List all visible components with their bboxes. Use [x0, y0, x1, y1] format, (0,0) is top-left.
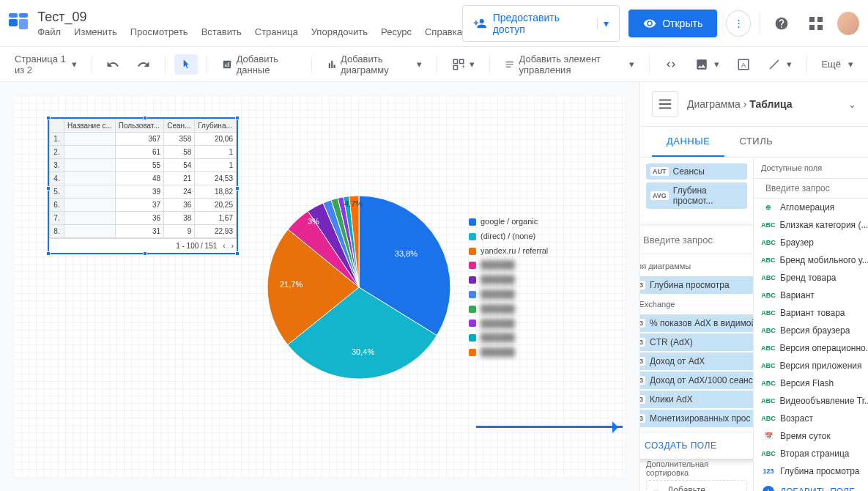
table-header-row: Название с...Пользоват...Сеан...Глубина.…	[50, 119, 237, 133]
popup-field[interactable]: 123% показов AdX в видимой...	[640, 314, 754, 332]
popup-field[interactable]: 123Монетизированных прос	[640, 410, 754, 427]
table-row[interactable]: 7.36381,67	[50, 212, 237, 225]
menubar: Файл Изменить Просмотреть Вставить Стран…	[37, 26, 462, 37]
slice-label: 30,4%	[352, 347, 374, 356]
popup-field[interactable]: 123Доход от AdX/1000 сеанс...	[640, 372, 754, 389]
tab-data[interactable]: ДАННЫЕ	[652, 127, 724, 157]
chart-icon	[327, 58, 336, 71]
legend-item: (direct) / (none)	[469, 229, 548, 244]
document-title[interactable]: Тест_09	[37, 10, 462, 25]
table-row[interactable]: 3.55541	[50, 159, 237, 172]
popup-field[interactable]: 123Глубина просмотра	[640, 276, 754, 294]
menu-page[interactable]: Страница	[255, 26, 298, 37]
popup-search-input[interactable]	[643, 235, 754, 246]
svg-rect-0	[809, 17, 815, 22]
tab-style[interactable]: СТИЛЬ	[724, 127, 787, 157]
page-indicator[interactable]: Страница 1 из 2▾	[9, 49, 83, 80]
collapse-icon[interactable]: ⌄	[848, 99, 856, 110]
embed-button[interactable]	[659, 55, 683, 74]
toolbar-more[interactable]: Ещё▾	[815, 54, 859, 74]
line-icon	[768, 58, 781, 71]
metric-chip[interactable]: AVGГлубина просмот...	[646, 182, 747, 209]
section-label: Дополнительная сортировка	[646, 459, 747, 477]
field-row[interactable]: ABCВозраст	[754, 410, 868, 427]
legend-item: ██████	[469, 273, 548, 287]
image-button[interactable]: ▾	[689, 53, 725, 75]
slice-label: 4,7%	[344, 199, 363, 208]
field-row[interactable]: 📅Время суток	[754, 427, 868, 445]
table-row[interactable]: 1.36735820,06	[50, 133, 237, 146]
menu-insert[interactable]: Вставить	[201, 26, 242, 37]
pie-chart-widget[interactable]: 33,8% 30,4% 21,7% 4,7% 3% google / organ…	[264, 177, 645, 397]
field-row[interactable]: ABCБраузер	[754, 234, 868, 251]
svg-rect-7	[453, 65, 457, 69]
field-row[interactable]: ABCВторая страница	[754, 445, 868, 462]
table-pagination[interactable]: 1 - 100 / 151 ‹ ›	[49, 238, 237, 253]
field-row[interactable]: ABCВерсия Flash	[754, 374, 868, 392]
apps-button[interactable]	[804, 10, 828, 37]
field-row[interactable]: ABCВариант товара	[754, 304, 868, 322]
field-row[interactable]: ⊕Агломерация	[754, 199, 868, 216]
popup-field[interactable]: 123Клики AdX	[640, 391, 754, 408]
chart-type-icon[interactable]	[652, 91, 678, 117]
menu-resource[interactable]: Ресурс	[381, 26, 412, 37]
next-page-icon[interactable]: ›	[231, 242, 234, 250]
menu-edit[interactable]: Изменить	[74, 26, 117, 37]
image-icon	[695, 58, 708, 71]
table-row[interactable]: 8.31922,93	[50, 225, 237, 238]
field-row[interactable]: ABCБлизкая категория (...	[754, 216, 868, 234]
help-button[interactable]	[769, 10, 794, 37]
field-row[interactable]: ABCБренд мобильного у...	[754, 251, 868, 269]
field-row[interactable]: ABCВерсия браузера	[754, 322, 868, 339]
legend-item: ██████	[469, 258, 548, 273]
menu-arrange[interactable]: Упорядочить	[311, 26, 368, 37]
prev-page-icon[interactable]: ‹	[223, 242, 225, 250]
text-button[interactable]: A	[731, 53, 756, 75]
more-options-button[interactable]: ⋮	[726, 10, 751, 37]
field-row[interactable]: ABCВидеообъявление Tr...	[754, 392, 868, 410]
popup-field[interactable]: 123CTR (AdX)	[640, 333, 754, 351]
user-avatar[interactable]	[837, 12, 859, 35]
create-field-button[interactable]: + СОЗДАТЬ ПОЛЕ	[640, 432, 754, 459]
table-row[interactable]: 4.482124,53	[50, 172, 237, 185]
field-row[interactable]: ABCВерсия приложения	[754, 357, 868, 374]
open-button[interactable]: Открыть	[628, 10, 717, 37]
share-button[interactable]: Предоставить доступ ▾	[462, 5, 620, 42]
fields-search[interactable]	[754, 179, 868, 199]
menu-help[interactable]: Справка	[425, 26, 462, 37]
popup-field[interactable]: 123Доход от AdX	[640, 352, 754, 370]
add-sort-button[interactable]: + Добавьте сортировку	[646, 480, 747, 491]
table-row[interactable]: 5.392418,82	[50, 185, 237, 199]
legend-item: ██████	[469, 302, 548, 317]
table-widget[interactable]: Название с...Пользоват...Сеан...Глубина.…	[48, 117, 238, 254]
fields-search-input[interactable]	[765, 183, 868, 193]
add-data-button[interactable]: +Добавить данные	[216, 49, 303, 80]
redo-button[interactable]	[131, 53, 156, 75]
field-row[interactable]: ABCВерсия операционно...	[754, 339, 868, 357]
table-row[interactable]: 2.61581	[50, 146, 237, 159]
field-picker-popup: Поля диаграммы 123Глубина просмотра Ad E…	[640, 226, 754, 459]
share-dropdown-icon[interactable]: ▾	[597, 18, 609, 29]
popup-search[interactable]	[640, 226, 754, 254]
pointer-tool[interactable]	[174, 54, 198, 75]
legend-item: ██████	[469, 331, 548, 345]
app-header: Тест_09 Файл Изменить Просмотреть Встави…	[0, 0, 868, 47]
field-row[interactable]: 123Глубина просмотра	[754, 462, 868, 480]
add-field-button[interactable]: +ДОБАВИТЬ ПОЛЕ	[754, 480, 868, 491]
app-logo-icon	[9, 13, 29, 34]
add-control-button[interactable]: Добавить элемент управления▾	[499, 49, 640, 80]
menu-file[interactable]: Файл	[37, 26, 61, 37]
table-row[interactable]: 6.373620,25	[50, 199, 237, 212]
field-row[interactable]: ABCВариант	[754, 287, 868, 304]
field-row[interactable]: ABCБренд товара	[754, 269, 868, 287]
menu-view[interactable]: Просмотреть	[130, 26, 188, 37]
metric-chip[interactable]: AUTСеансы	[646, 163, 747, 180]
add-chart-button[interactable]: Добавить диаграмму▾	[321, 49, 429, 80]
popup-section-label: Ad Exchange	[640, 295, 754, 313]
line-button[interactable]: ▾	[762, 53, 798, 75]
community-viz-button[interactable]: +▾	[446, 53, 481, 75]
legend-item: ██████	[469, 345, 548, 360]
canvas[interactable]: Название с...Пользоват...Сеан...Глубина.…	[0, 82, 639, 491]
undo-button[interactable]	[100, 53, 125, 75]
toolbar: Страница 1 из 2▾ +Добавить данные Добави…	[0, 47, 868, 82]
